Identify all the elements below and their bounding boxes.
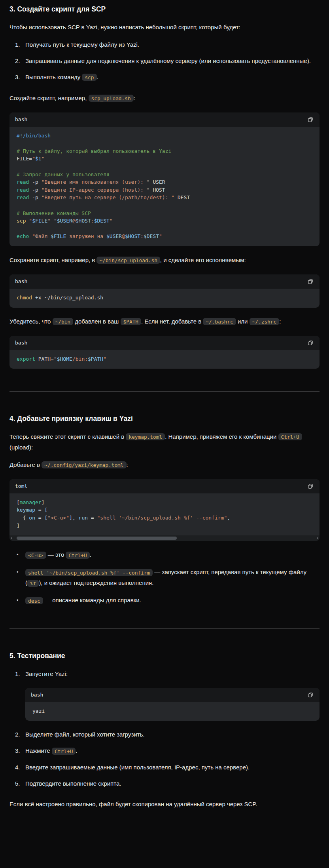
code-header: bash (9, 336, 320, 350)
code-line: #!/bin/bash (17, 132, 312, 140)
inline-code: ~/.config/yazi/keymap.toml (42, 461, 126, 468)
scrollbar-thumb[interactable] (17, 537, 177, 540)
list-item: Нажмите Ctrl+U. (15, 746, 320, 756)
code-header: bash (9, 112, 320, 127)
code-block-export-path: bash export PATH="$HOME/bin:$PATH" (9, 336, 320, 369)
code-header: bash (25, 688, 320, 702)
code-header: toml (9, 479, 320, 493)
code-line: { on = ["<C-u>"], run = "shell '~/bin/sc… (17, 514, 312, 522)
code-lang-label: bash (15, 278, 27, 284)
copy-button[interactable] (307, 116, 314, 123)
code-lang-label: bash (15, 116, 27, 122)
inline-code: shell '~/bin/scp_upload.sh %f' --confirm (25, 569, 153, 576)
copy-button[interactable] (307, 278, 314, 285)
testing-steps-list: Запустите Yazi: bash yazi Выделите файл,… (9, 669, 320, 789)
code-content: export PATH="$HOME/bin:$PATH" (9, 350, 320, 369)
inline-code: Ctrl+U (278, 433, 302, 440)
closing-note: Если всё настроено правильно, файл будет… (9, 799, 320, 809)
add-to-paragraph: Добавьте в ~/.config/yazi/keymap.toml: (9, 460, 320, 470)
code-line: echo "Файл $FILE загружен на $USER@$HOST… (17, 232, 312, 240)
list-item: Введите запрашиваемые данные (имя пользо… (15, 762, 320, 773)
code-block-keymap: toml [manager]keymap = [ { on = ["<C-u>"… (9, 479, 320, 541)
list-item: Выделите файл, который хотите загрузить. (15, 729, 320, 740)
inline-code: ~/.bashrc (203, 318, 236, 325)
copy-icon (308, 117, 313, 122)
script-requirements-list: Получать путь к текущему файлу из Yazi. … (9, 40, 320, 83)
save-script-paragraph: Сохраните скрипт, например, в ~/bin/scp_… (9, 255, 320, 266)
list-item: Получать путь к текущему файлу из Yazi. (15, 40, 320, 50)
inline-code: %f (27, 580, 39, 587)
copy-button[interactable] (307, 339, 314, 346)
code-line (17, 225, 312, 233)
list-item: <C-u> — это Ctrl+U. (16, 550, 320, 560)
section-5-heading: 5. Тестирование (9, 651, 320, 661)
code-line: read -p "Введите имя пользователя (user)… (17, 178, 312, 186)
inline-code: desc (25, 597, 43, 604)
code-line (17, 202, 312, 209)
code-line: # Запрос данных у пользователя (17, 171, 312, 179)
list-item: Подтвердите выполнение скрипта. (15, 779, 320, 789)
list-item: Выполнять команду scp. (15, 72, 320, 83)
code-line: keymap = [ (17, 506, 312, 514)
code-line (17, 163, 312, 171)
section-3-intro: Чтобы использовать SCP в Yazi, нужно нап… (9, 22, 320, 32)
section-divider (9, 391, 320, 392)
inline-code: keymap.toml (126, 433, 165, 440)
code-content: [manager]keymap = [ { on = ["<C-u>"], ru… (9, 493, 320, 535)
code-line: ] (17, 522, 312, 530)
code-line: scp "$FILE" "$USER@$HOST:$DEST" (17, 217, 312, 225)
inline-code: ~/bin/scp_upload.sh (96, 257, 160, 264)
keymap-explanation-list: <C-u> — это Ctrl+U. shell '~/bin/scp_upl… (9, 550, 320, 606)
code-header: bash (9, 274, 320, 289)
keybind-intro-paragraph: Теперь свяжите этот скрипт с клавишей в … (9, 432, 320, 453)
code-content: yazi (25, 702, 320, 721)
code-lang-label: bash (31, 690, 43, 700)
code-block-chmod: bash chmod +x ~/bin/scp_upload.sh (9, 274, 320, 308)
inline-code: $PATH (121, 318, 142, 325)
inline-code: scp_upload.sh (89, 95, 134, 102)
path-note-paragraph: Убедитесь, что ~/bin добавлен в ваш $PAT… (9, 316, 320, 327)
inline-code: scp (82, 74, 96, 81)
list-item: desc — описание команды для справки. (16, 595, 320, 606)
step-text: Запустите Yazi: (25, 670, 68, 677)
list-item: Запустите Yazi: bash yazi (15, 669, 320, 721)
inline-code: <C-u> (25, 552, 46, 559)
code-line: [manager] (17, 499, 312, 506)
code-line: FILE="$1" (17, 155, 312, 163)
code-block-upload-script: bash #!/bin/bash # Путь к файлу, который… (9, 112, 320, 246)
code-block-yazi: bash yazi (25, 688, 320, 721)
create-script-paragraph: Создайте скрипт, например, scp_upload.sh… (9, 93, 320, 104)
copy-icon (308, 279, 313, 284)
section-3-heading: 3. Создайте скрипт для SCP (9, 5, 320, 14)
copy-icon (308, 483, 313, 489)
code-line: read -p "Введите путь на сервере (/path/… (17, 194, 312, 202)
copy-icon (308, 340, 313, 346)
inline-code: Ctrl+U (66, 552, 89, 559)
inline-code: ~/.zshrc (250, 318, 280, 325)
code-lang-label: toml (15, 483, 27, 489)
code-line (17, 139, 312, 147)
code-line: export PATH="$HOME/bin:$PATH" (17, 355, 312, 363)
copy-icon (308, 692, 313, 698)
copy-button[interactable] (307, 483, 314, 490)
assistant-message: 3. Создайте скрипт для SCP Чтобы использ… (9, 5, 320, 809)
assistant-message-body: { "theme": { "background": "#0b0b0c", "t… (0, 0, 329, 868)
inline-code: ~/bin (53, 318, 74, 325)
code-line: # Путь к файлу, который выбрал пользоват… (17, 147, 312, 155)
code-content: #!/bin/bash # Путь к файлу, который выбр… (9, 127, 320, 246)
copy-button[interactable] (307, 691, 314, 699)
code-line: read -p "Введите IP-адрес сервера (host)… (17, 186, 312, 194)
scroll-right-arrow[interactable] (317, 537, 318, 540)
list-item: shell '~/bin/scp_upload.sh %f' --confirm… (16, 567, 320, 588)
list-item: Запрашивать данные для подключения к уда… (15, 56, 320, 66)
code-line: # Выполнение команды SCP (17, 209, 312, 217)
section-divider (9, 628, 320, 629)
inline-code: Ctrl+U (52, 748, 76, 755)
code-lang-label: bash (15, 340, 27, 346)
scrollbar-rail[interactable] (13, 537, 316, 540)
horizontal-scrollbar[interactable] (9, 535, 320, 541)
code-line: chmod +x ~/bin/scp_upload.sh (17, 294, 312, 302)
code-line: yazi (32, 707, 312, 715)
scroll-left-arrow[interactable] (11, 537, 12, 540)
code-content: chmod +x ~/bin/scp_upload.sh (9, 289, 320, 308)
